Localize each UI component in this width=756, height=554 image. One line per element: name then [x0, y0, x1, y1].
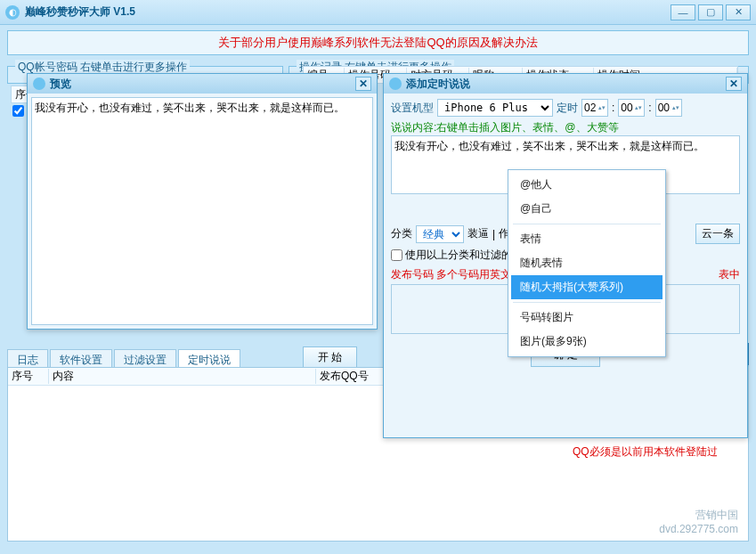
device-select[interactable]: iPhone 6 Plus — [437, 99, 553, 117]
menu-num-to-pic[interactable]: 号码转图片 — [511, 306, 663, 330]
device-label: 设置机型 — [391, 101, 434, 116]
content-hint: 说说内容:右键单击插入图片、表情、@、大赞等 — [391, 120, 740, 135]
preview-titlebar[interactable]: 预览 ✕ — [28, 74, 377, 94]
use-filter-label: 使用以上分类和过滤的 — [405, 248, 512, 263]
add-titlebar[interactable]: 添加定时说说 ✕ — [384, 74, 747, 94]
use-filter-checkbox-row[interactable]: 使用以上分类和过滤的 — [391, 248, 512, 263]
menu-sep-2 — [513, 302, 661, 303]
add-close-button[interactable]: ✕ — [726, 77, 742, 91]
menu-random-thumb[interactable]: 随机大拇指(大赞系列) — [511, 275, 663, 299]
menu-random-emoji[interactable]: 随机表情 — [511, 251, 663, 275]
category-select[interactable]: 经典 — [416, 225, 464, 243]
insert-context-menu: @他人 @自己 表情 随机表情 随机大拇指(大赞系列) 号码转图片 图片(最多9… — [508, 169, 666, 357]
start-button[interactable]: 开 始 — [303, 346, 357, 369]
menu-images[interactable]: 图片(最多9张) — [511, 330, 663, 354]
menu-sep-1 — [513, 224, 661, 224]
preview-window: 预览 ✕ 我没有开心，也没有难过，笑不出来，哭不出来，就是这样而已。 — [27, 73, 378, 330]
menu-at-others[interactable]: @他人 — [511, 173, 663, 197]
watermark: 营销中国 dvd.292775.com — [659, 508, 738, 536]
preview-title: 预览 — [50, 77, 71, 92]
use-filter-checkbox[interactable] — [391, 249, 402, 261]
minute-spinner[interactable]: 00▴▾ — [618, 99, 645, 117]
window-titlebar: ◐ 巅峰秒赞秒评大师 V1.5 — ▢ ✕ — [0, 0, 756, 25]
maximize-button[interactable]: ▢ — [698, 4, 723, 20]
add-logo-icon — [389, 77, 402, 90]
menu-at-self[interactable]: @自己 — [511, 197, 663, 221]
window-title: 巅峰秒赞秒评大师 V1.5 — [25, 4, 135, 20]
second-spinner[interactable]: 00▴▾ — [655, 99, 682, 117]
notice-l3: QQ必须是以前用本软件登陆过 — [573, 442, 742, 461]
watermark-l2: dvd.292775.com — [659, 522, 738, 536]
bh-content: 内容 — [49, 369, 316, 384]
add-title: 添加定时说说 — [406, 77, 470, 92]
watermark-l1: 营销中国 — [659, 508, 738, 522]
publish-label: 发布号码 多个号码用英文 — [391, 268, 511, 281]
filter-1[interactable]: 装逼 — [467, 226, 489, 241]
timer-label: 定时 — [557, 101, 578, 116]
preview-textarea[interactable]: 我没有开心，也没有难过，笑不出来，哭不出来，就是这样而已。 — [31, 97, 373, 325]
app-logo-icon: ◐ — [5, 5, 20, 20]
notice-banner[interactable]: 关于部分用户使用巅峰系列软件无法登陆QQ的原因及解决办法 — [7, 30, 749, 55]
cloud-one-button[interactable]: 云一条 — [695, 224, 740, 244]
close-button[interactable]: ✕ — [726, 4, 751, 20]
publish-tail: 表中 — [719, 267, 740, 282]
menu-emoji[interactable]: 表情 — [511, 227, 663, 251]
account-checkbox[interactable] — [12, 105, 24, 117]
preview-close-button[interactable]: ✕ — [355, 77, 371, 91]
minimize-button[interactable]: — — [671, 4, 695, 20]
hour-spinner[interactable]: 02▴▾ — [581, 99, 608, 117]
preview-logo-icon — [33, 77, 45, 90]
category-label: 分类 — [391, 226, 412, 241]
bh-seq: 序号 — [8, 369, 49, 384]
